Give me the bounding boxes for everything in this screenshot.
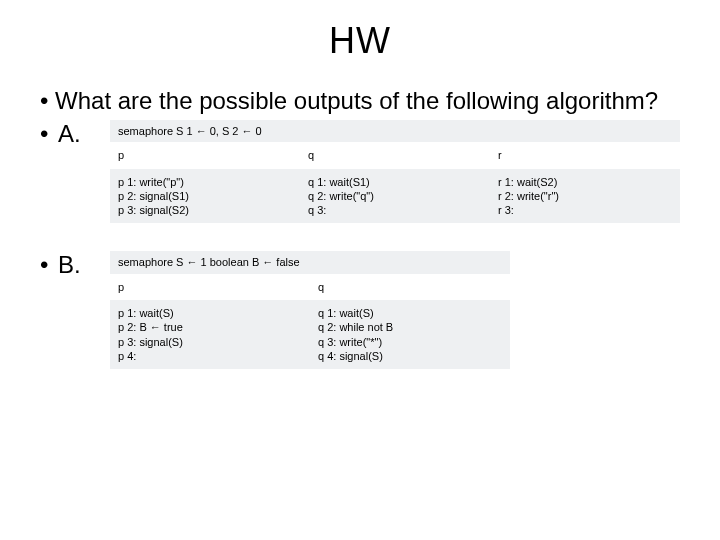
- label-a: •A.: [40, 120, 110, 148]
- cell-r: r 1: wait(S2) r 2: write("r") r 3:: [490, 169, 680, 224]
- cell-p-b: p 1: wait(S) p 2: B ← true p 3: signal(S…: [110, 300, 310, 369]
- table-a: semaphore S 1 ← 0, S 2 ← 0 p q r p 1: wr…: [110, 120, 680, 223]
- col-q-header-b: q: [310, 274, 510, 300]
- table-a-init: semaphore S 1 ← 0, S 2 ← 0: [110, 120, 680, 142]
- col-p-header-b: p: [110, 274, 310, 300]
- table-a-body: p 1: write("p") p 2: signal(S1) p 3: sig…: [110, 169, 680, 224]
- table-b-body: p 1: wait(S) p 2: B ← true p 3: signal(S…: [110, 300, 510, 369]
- col-q-header: q: [300, 142, 490, 168]
- cell-q: q 1: wait(S1) q 2: write("q") q 3:: [300, 169, 490, 224]
- col-r-header: r: [490, 142, 680, 168]
- cell-q-b: q 1: wait(S) q 2: while not B q 3: write…: [310, 300, 510, 369]
- table-b: semaphore S ← 1 boolean B ← false p q p …: [110, 251, 510, 369]
- label-b: •B.: [40, 251, 110, 279]
- question-text: • What are the possible outputs of the f…: [40, 86, 680, 116]
- cell-p: p 1: write("p") p 2: signal(S1) p 3: sig…: [110, 169, 300, 224]
- item-b: •B. semaphore S ← 1 boolean B ← false p …: [40, 251, 680, 369]
- item-a: •A. semaphore S 1 ← 0, S 2 ← 0 p q r p 1…: [40, 120, 680, 223]
- table-b-init: semaphore S ← 1 boolean B ← false: [110, 251, 510, 273]
- table-b-headers: p q: [110, 274, 510, 300]
- page-title: HW: [40, 20, 680, 62]
- table-a-headers: p q r: [110, 142, 680, 168]
- col-p-header: p: [110, 142, 300, 168]
